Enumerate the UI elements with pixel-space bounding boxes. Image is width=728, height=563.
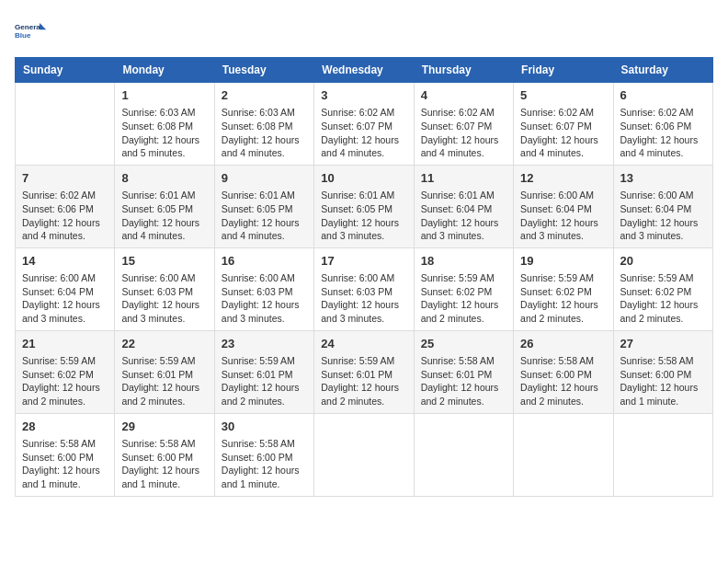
- day-cell: 27Sunrise: 5:58 AMSunset: 6:00 PMDayligh…: [613, 330, 712, 413]
- day-cell: 19Sunrise: 5:59 AMSunset: 6:02 PMDayligh…: [514, 247, 613, 330]
- day-info: Sunrise: 6:01 AMSunset: 6:05 PMDaylight:…: [222, 189, 307, 243]
- header-row: SundayMondayTuesdayWednesdayThursdayFrid…: [16, 58, 713, 83]
- day-info: Sunrise: 5:59 AMSunset: 6:02 PMDaylight:…: [620, 271, 706, 326]
- col-header-wednesday: Wednesday: [314, 58, 414, 83]
- week-row-2: 14Sunrise: 6:00 AMSunset: 6:04 PMDayligh…: [16, 247, 713, 330]
- day-info: Sunrise: 5:58 AMSunset: 6:01 PMDaylight:…: [421, 354, 506, 408]
- day-info: Sunrise: 6:01 AMSunset: 6:05 PMDaylight:…: [121, 189, 207, 243]
- calendar-table: SundayMondayTuesdayWednesdayThursdayFrid…: [15, 57, 713, 497]
- day-number: 7: [22, 170, 108, 187]
- day-cell: 25Sunrise: 5:58 AMSunset: 6:01 PMDayligh…: [414, 330, 513, 413]
- day-cell: 22Sunrise: 5:59 AMSunset: 6:01 PMDayligh…: [115, 330, 214, 413]
- day-info: Sunrise: 6:00 AMSunset: 6:03 PMDaylight:…: [222, 271, 307, 326]
- calendar-body: 1Sunrise: 6:03 AMSunset: 6:08 PMDaylight…: [16, 83, 713, 497]
- day-info: Sunrise: 6:00 AMSunset: 6:04 PMDaylight:…: [520, 189, 606, 243]
- day-info: Sunrise: 6:00 AMSunset: 6:03 PMDaylight:…: [321, 271, 406, 326]
- day-info: Sunrise: 5:58 AMSunset: 6:00 PMDaylight:…: [22, 437, 108, 491]
- day-info: Sunrise: 5:58 AMSunset: 6:00 PMDaylight:…: [121, 437, 207, 491]
- svg-text:Blue: Blue: [15, 31, 31, 40]
- day-number: 10: [321, 170, 406, 187]
- day-info: Sunrise: 6:03 AMSunset: 6:08 PMDaylight:…: [121, 106, 207, 160]
- week-row-1: 7Sunrise: 6:02 AMSunset: 6:06 PMDaylight…: [16, 165, 713, 247]
- day-number: 18: [421, 253, 506, 270]
- day-info: Sunrise: 6:01 AMSunset: 6:04 PMDaylight:…: [421, 189, 506, 243]
- day-number: 15: [121, 253, 207, 270]
- day-number: 30: [222, 419, 307, 435]
- day-cell: 12Sunrise: 6:00 AMSunset: 6:04 PMDayligh…: [514, 165, 613, 247]
- page-header: GeneralBlue: [15, 15, 713, 48]
- day-cell: 30Sunrise: 5:58 AMSunset: 6:00 PMDayligh…: [214, 413, 313, 496]
- day-number: 12: [520, 170, 606, 187]
- day-info: Sunrise: 5:58 AMSunset: 6:00 PMDaylight:…: [520, 354, 606, 408]
- day-number: 26: [520, 336, 606, 352]
- day-number: 13: [620, 170, 706, 187]
- day-cell: [414, 413, 513, 496]
- day-info: Sunrise: 6:03 AMSunset: 6:08 PMDaylight:…: [222, 106, 307, 160]
- week-row-3: 21Sunrise: 5:59 AMSunset: 6:02 PMDayligh…: [16, 330, 713, 413]
- day-cell: 26Sunrise: 5:58 AMSunset: 6:00 PMDayligh…: [514, 330, 613, 413]
- day-cell: 24Sunrise: 5:59 AMSunset: 6:01 PMDayligh…: [314, 330, 414, 413]
- day-number: 4: [421, 87, 506, 104]
- day-number: 8: [121, 170, 207, 187]
- col-header-tuesday: Tuesday: [214, 58, 313, 83]
- day-cell: [613, 413, 712, 496]
- day-cell: [514, 413, 613, 496]
- day-info: Sunrise: 6:02 AMSunset: 6:07 PMDaylight:…: [321, 106, 406, 160]
- day-cell: 11Sunrise: 6:01 AMSunset: 6:04 PMDayligh…: [414, 165, 513, 247]
- day-info: Sunrise: 5:59 AMSunset: 6:01 PMDaylight:…: [321, 354, 406, 408]
- day-cell: 3Sunrise: 6:02 AMSunset: 6:07 PMDaylight…: [314, 83, 414, 166]
- day-info: Sunrise: 5:59 AMSunset: 6:02 PMDaylight:…: [22, 354, 108, 408]
- day-cell: [314, 413, 414, 496]
- day-number: 22: [121, 336, 207, 352]
- day-cell: 9Sunrise: 6:01 AMSunset: 6:05 PMDaylight…: [214, 165, 313, 247]
- day-cell: 2Sunrise: 6:03 AMSunset: 6:08 PMDaylight…: [214, 83, 313, 166]
- day-number: 28: [22, 419, 108, 435]
- day-cell: 18Sunrise: 5:59 AMSunset: 6:02 PMDayligh…: [414, 247, 513, 330]
- day-cell: 6Sunrise: 6:02 AMSunset: 6:06 PMDaylight…: [613, 83, 712, 166]
- day-info: Sunrise: 5:58 AMSunset: 6:00 PMDaylight:…: [620, 354, 706, 408]
- day-info: Sunrise: 5:59 AMSunset: 6:01 PMDaylight:…: [121, 354, 207, 408]
- day-number: 14: [22, 253, 108, 270]
- day-number: 29: [121, 419, 207, 435]
- day-info: Sunrise: 5:59 AMSunset: 6:01 PMDaylight:…: [222, 354, 307, 408]
- day-number: 27: [620, 336, 706, 352]
- day-info: Sunrise: 6:02 AMSunset: 6:07 PMDaylight:…: [421, 106, 506, 160]
- day-number: 1: [121, 87, 207, 104]
- day-cell: 5Sunrise: 6:02 AMSunset: 6:07 PMDaylight…: [514, 83, 613, 166]
- day-cell: 15Sunrise: 6:00 AMSunset: 6:03 PMDayligh…: [115, 247, 214, 330]
- logo: GeneralBlue: [15, 15, 48, 48]
- day-info: Sunrise: 5:59 AMSunset: 6:02 PMDaylight:…: [421, 271, 506, 326]
- day-cell: 4Sunrise: 6:02 AMSunset: 6:07 PMDaylight…: [414, 83, 513, 166]
- day-info: Sunrise: 6:00 AMSunset: 6:04 PMDaylight:…: [22, 271, 108, 326]
- col-header-saturday: Saturday: [613, 58, 712, 83]
- day-number: 24: [321, 336, 406, 352]
- day-number: 5: [520, 87, 606, 104]
- day-number: 3: [321, 87, 406, 104]
- day-number: 19: [520, 253, 606, 270]
- day-cell: [16, 83, 115, 166]
- day-info: Sunrise: 6:01 AMSunset: 6:05 PMDaylight:…: [321, 189, 406, 243]
- day-cell: 7Sunrise: 6:02 AMSunset: 6:06 PMDaylight…: [16, 165, 115, 247]
- day-number: 2: [222, 87, 307, 104]
- week-row-4: 28Sunrise: 5:58 AMSunset: 6:00 PMDayligh…: [16, 413, 713, 496]
- svg-text:General: General: [15, 23, 42, 31]
- day-info: Sunrise: 6:02 AMSunset: 6:06 PMDaylight:…: [22, 189, 108, 243]
- col-header-sunday: Sunday: [16, 58, 115, 83]
- day-cell: 28Sunrise: 5:58 AMSunset: 6:00 PMDayligh…: [16, 413, 115, 496]
- day-number: 16: [222, 253, 307, 270]
- day-number: 21: [22, 336, 108, 352]
- day-cell: 8Sunrise: 6:01 AMSunset: 6:05 PMDaylight…: [115, 165, 214, 247]
- day-cell: 20Sunrise: 5:59 AMSunset: 6:02 PMDayligh…: [613, 247, 712, 330]
- day-cell: 14Sunrise: 6:00 AMSunset: 6:04 PMDayligh…: [16, 247, 115, 330]
- day-cell: 23Sunrise: 5:59 AMSunset: 6:01 PMDayligh…: [214, 330, 313, 413]
- calendar-header: SundayMondayTuesdayWednesdayThursdayFrid…: [16, 58, 713, 83]
- day-cell: 21Sunrise: 5:59 AMSunset: 6:02 PMDayligh…: [16, 330, 115, 413]
- day-number: 6: [620, 87, 706, 104]
- col-header-thursday: Thursday: [414, 58, 513, 83]
- day-number: 17: [321, 253, 406, 270]
- day-number: 11: [421, 170, 506, 187]
- col-header-friday: Friday: [514, 58, 613, 83]
- day-info: Sunrise: 6:00 AMSunset: 6:03 PMDaylight:…: [121, 271, 207, 326]
- day-number: 20: [620, 253, 706, 270]
- day-cell: 29Sunrise: 5:58 AMSunset: 6:00 PMDayligh…: [115, 413, 214, 496]
